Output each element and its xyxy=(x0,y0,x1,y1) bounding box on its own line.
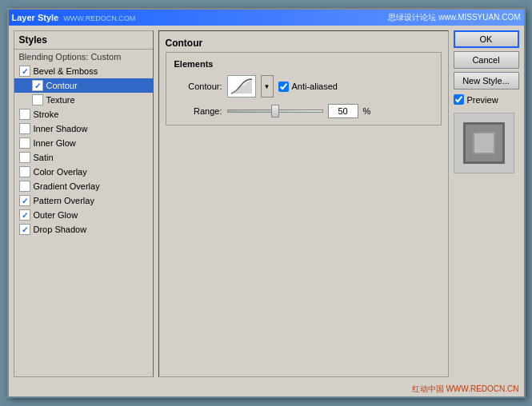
elements-title: Elements xyxy=(174,59,433,69)
section-title: Contour xyxy=(166,38,442,49)
styles-title: Styles xyxy=(14,31,153,50)
preview-box xyxy=(454,113,514,173)
title-bar-left: Layer Style WWW.REDOCN.COM xyxy=(12,13,136,22)
contour-label: Contour xyxy=(46,81,78,90)
preview-icon xyxy=(463,122,505,164)
inner-shadow-check[interactable] xyxy=(19,123,30,134)
new-style-button[interactable]: New Style... xyxy=(454,72,519,90)
sidebar-item-inner-glow[interactable]: Inner Glow xyxy=(14,136,153,150)
percent-sign: % xyxy=(363,106,371,116)
title-bar-watermark-left: WWW.REDOCN.COM xyxy=(63,14,135,22)
sidebar-item-color-overlay[interactable]: Color Overlay xyxy=(14,165,153,179)
bevel-emboss-label: Bevel & Emboss xyxy=(34,66,98,76)
inner-glow-check[interactable] xyxy=(19,137,30,149)
drop-shadow-check[interactable] xyxy=(19,224,30,235)
anti-aliased-label: Anti-aliased xyxy=(292,82,338,91)
pattern-overlay-label: Pattern Overlay xyxy=(34,196,94,205)
ok-button[interactable]: OK xyxy=(454,30,519,48)
preview-row: Preview xyxy=(454,94,519,105)
inner-glow-label: Inner Glow xyxy=(34,138,76,148)
right-panel: OK Cancel New Style... Preview xyxy=(454,30,519,377)
contour-field-label: Contour: xyxy=(174,82,222,91)
contour-preview[interactable] xyxy=(227,75,256,98)
center-panel: Contour Elements Contour: ▼ xyxy=(158,30,449,377)
left-panel: Styles Blending Options: Custom Bevel & … xyxy=(14,30,154,377)
sidebar-item-stroke[interactable]: Stroke xyxy=(14,107,153,121)
bottom-watermark: 红动中国 WWW.REDOCN.CN xyxy=(9,382,524,396)
title-bar-right: 思绿设计论坛 www.MISSYUAN.COM xyxy=(388,12,520,23)
sidebar-item-texture[interactable]: Texture xyxy=(14,93,153,107)
title-bar: Layer Style WWW.REDOCN.COM 思绿设计论坛 www.MI… xyxy=(9,10,524,26)
range-value-input[interactable] xyxy=(328,104,358,118)
drop-shadow-label: Drop Shadow xyxy=(34,225,87,234)
sidebar-item-inner-shadow[interactable]: Inner Shadow xyxy=(14,121,153,136)
texture-check[interactable] xyxy=(32,94,43,105)
preview-icon-inner xyxy=(473,132,495,154)
stroke-label: Stroke xyxy=(34,109,59,119)
sidebar-item-drop-shadow[interactable]: Drop Shadow xyxy=(14,222,153,237)
contour-dropdown-arrow[interactable]: ▼ xyxy=(261,75,274,98)
dialog-body: Styles Blending Options: Custom Bevel & … xyxy=(9,26,524,382)
color-overlay-label: Color Overlay xyxy=(34,167,87,177)
range-label: Range: xyxy=(174,106,222,116)
sidebar-item-satin[interactable]: Satin xyxy=(14,150,153,165)
outer-glow-label: Outer Glow xyxy=(34,210,78,220)
range-row: Range: % xyxy=(174,104,433,118)
gradient-overlay-label: Gradient Overlay xyxy=(34,181,100,191)
sidebar-item-bevel-emboss[interactable]: Bevel & Emboss xyxy=(14,64,153,78)
contour-row: Contour: ▼ Anti-aliased xyxy=(174,75,433,98)
color-overlay-check[interactable] xyxy=(19,166,30,177)
pattern-overlay-check[interactable] xyxy=(19,195,30,206)
satin-label: Satin xyxy=(34,153,54,162)
anti-aliased-row: Anti-aliased xyxy=(278,82,338,92)
anti-aliased-checkbox[interactable] xyxy=(278,82,289,92)
satin-check[interactable] xyxy=(19,152,30,163)
inner-shadow-label: Inner Shadow xyxy=(34,124,88,133)
sidebar-item-outer-glow[interactable]: Outer Glow xyxy=(14,208,153,222)
elements-section: Elements Contour: ▼ Anti-aliased xyxy=(166,52,442,125)
sidebar-item-contour[interactable]: Contour xyxy=(14,78,153,93)
contour-check[interactable] xyxy=(32,80,43,91)
bevel-emboss-check[interactable] xyxy=(19,66,30,77)
outer-glow-check[interactable] xyxy=(19,209,30,221)
stroke-check[interactable] xyxy=(19,109,30,120)
sidebar-item-pattern-overlay[interactable]: Pattern Overlay xyxy=(14,193,153,208)
layer-style-dialog: Layer Style WWW.REDOCN.COM 思绿设计论坛 www.MI… xyxy=(7,8,526,398)
contour-section-title: Contour xyxy=(166,38,203,49)
style-list: Bevel & Emboss Contour Texture Stroke xyxy=(14,64,153,376)
preview-checkbox[interactable] xyxy=(454,94,464,105)
cancel-button[interactable]: Cancel xyxy=(454,51,519,69)
contour-curve-svg xyxy=(230,78,254,95)
texture-label: Texture xyxy=(46,95,75,105)
sidebar-item-gradient-overlay[interactable]: Gradient Overlay xyxy=(14,179,153,193)
gradient-overlay-check[interactable] xyxy=(19,181,30,192)
range-slider[interactable] xyxy=(227,109,323,113)
title-bar-title: Layer Style xyxy=(12,13,59,22)
preview-label: Preview xyxy=(467,95,498,105)
blend-options-label[interactable]: Blending Options: Custom xyxy=(14,50,153,64)
